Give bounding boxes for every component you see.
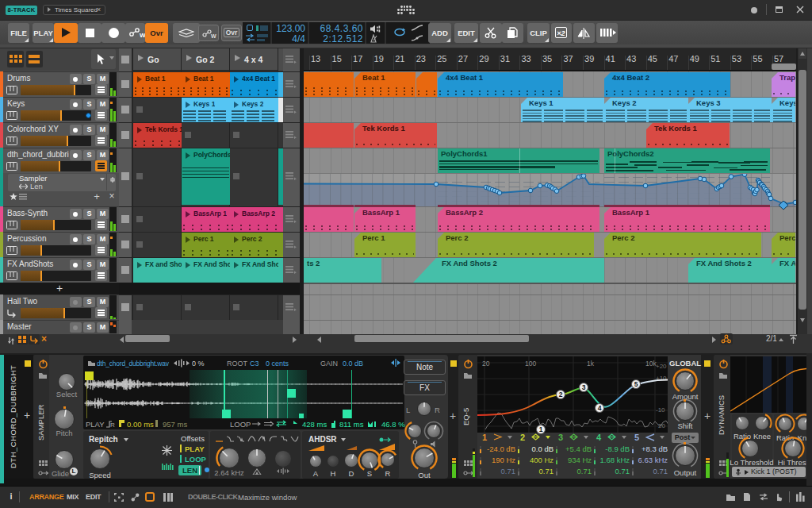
svg-text:R: R: [110, 421, 115, 428]
